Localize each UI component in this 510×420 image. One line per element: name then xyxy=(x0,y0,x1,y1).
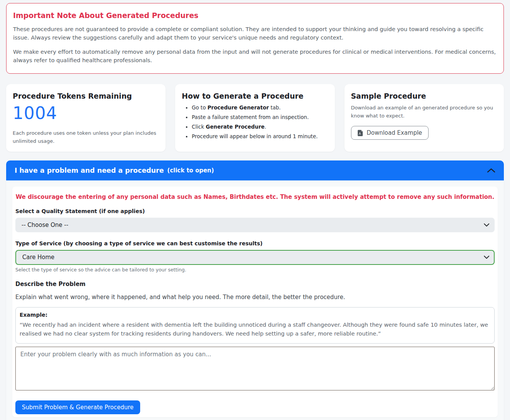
info-cards-row: Procedure Tokens Remaining 1004 Each pro… xyxy=(6,84,504,152)
type-of-service-label: Type of Service (by choosing a type of s… xyxy=(15,240,495,246)
howto-step: Paste a failure statement from an inspec… xyxy=(192,114,328,121)
submit-problem-button[interactable]: Submit Problem & Generate Procedure xyxy=(15,400,140,414)
quality-statement-select[interactable]: -- Choose One -- xyxy=(15,218,495,232)
tokens-card-title: Procedure Tokens Remaining xyxy=(13,92,159,100)
sample-text: Download an example of an generated proc… xyxy=(351,104,497,120)
howto-steps-list: Go to Procedure Generator tab. Paste a f… xyxy=(182,104,328,141)
problem-form-panel: We discourage the entering of any person… xyxy=(12,187,498,417)
alert-title: Important Note About Generated Procedure… xyxy=(13,11,497,20)
alert-paragraph-2: We make every effort to automatically re… xyxy=(13,48,497,65)
howto-step: Click Generate Procedure. xyxy=(192,123,328,131)
howto-card-title: How to Generate a Procedure xyxy=(182,92,328,100)
accordion-body: We discourage the entering of any person… xyxy=(6,180,504,420)
accordion-title: I have a problem and need a procedure xyxy=(15,167,164,174)
step-text: Go to xyxy=(192,104,207,111)
download-example-label: Download Example xyxy=(367,129,422,136)
page: Important Note About Generated Procedure… xyxy=(0,0,510,420)
describe-problem-intro: Explain what went wrong, where it happen… xyxy=(15,294,495,301)
quality-statement-label: Select a Quality Statement (if one appli… xyxy=(15,208,495,214)
tokens-card: Procedure Tokens Remaining 1004 Each pro… xyxy=(6,84,166,152)
step-bold-text: Procedure Generator xyxy=(207,104,269,111)
tokens-count: 1004 xyxy=(13,104,159,122)
quality-statement-select-wrap: -- Choose One -- xyxy=(15,218,495,232)
example-label: Example: xyxy=(20,312,490,318)
type-of-service-select[interactable]: Care Home xyxy=(15,250,495,265)
sample-card: Sample Procedure Download an example of … xyxy=(344,84,504,152)
howto-card: How to Generate a Procedure Go to Proced… xyxy=(175,84,334,152)
sample-card-title: Sample Procedure xyxy=(351,92,497,100)
step-bold-text: Generate Procedure xyxy=(206,124,265,130)
problem-input[interactable] xyxy=(15,347,495,390)
accordion-subtitle: (click to open) xyxy=(167,167,214,174)
step-text: . xyxy=(265,124,266,130)
example-text: “We recently had an incident where a res… xyxy=(20,321,490,338)
alert-paragraph-1: These procedures are not guaranteed to p… xyxy=(13,25,497,42)
type-of-service-select-wrap: Care Home xyxy=(15,250,495,265)
accordion-header[interactable]: I have a problem and need a procedure (c… xyxy=(6,160,504,180)
chevron-up-icon[interactable] xyxy=(487,168,495,173)
important-note-alert: Important Note About Generated Procedure… xyxy=(6,3,504,74)
tokens-note: Each procedure uses one token unless you… xyxy=(13,129,159,146)
pdf-file-icon xyxy=(358,130,363,136)
problem-accordion: I have a problem and need a procedure (c… xyxy=(6,160,504,420)
download-example-button[interactable]: Download Example xyxy=(351,126,429,140)
step-text: Paste a failure statement from an inspec… xyxy=(192,114,309,120)
type-of-service-helper: Select the type of service so the advice… xyxy=(15,267,495,273)
step-text: Click xyxy=(192,124,205,130)
personal-data-warning: We discourage the entering of any person… xyxy=(15,193,495,200)
describe-problem-title: Describe the Problem xyxy=(15,281,495,288)
example-box: Example: “We recently had an incident wh… xyxy=(15,307,495,344)
step-text: Procedure will appear below in around 1 … xyxy=(192,133,318,139)
howto-step: Go to Procedure Generator tab. xyxy=(192,104,328,112)
step-text: tab. xyxy=(269,104,281,111)
howto-step: Procedure will appear below in around 1 … xyxy=(192,133,328,141)
